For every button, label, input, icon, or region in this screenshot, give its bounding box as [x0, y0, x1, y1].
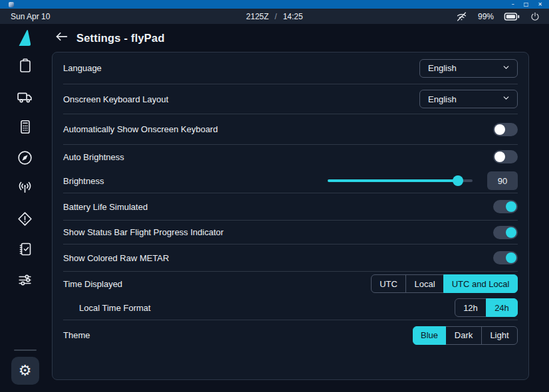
sidebar-item-navigation[interactable]	[17, 150, 34, 167]
gear-icon: ⚙	[19, 363, 32, 378]
setting-row-brightness: Brightness 90	[63, 169, 518, 192]
time-displayed-option-utc[interactable]: UTC	[371, 274, 406, 293]
flight-progress-toggle[interactable]	[493, 226, 518, 239]
brightness-slider-knob[interactable]	[453, 175, 463, 186]
status-utc-time: 2125Z	[246, 12, 269, 21]
language-select[interactable]: English	[419, 59, 518, 78]
language-value: English	[428, 63, 502, 73]
sliders-icon	[17, 272, 33, 291]
auto-brightness-toggle[interactable]	[493, 150, 518, 163]
sidebar-item-ground-services[interactable]	[17, 89, 34, 106]
sidebar-item-dashboard[interactable]	[17, 58, 34, 76]
theme-option-light[interactable]: Light	[481, 326, 518, 345]
maximize-button[interactable]: □	[524, 0, 529, 9]
compass-icon	[17, 149, 33, 169]
setting-row-keyboard-layout: Onscreen Keyboard Layout English	[63, 84, 518, 114]
flight-progress-label: Show Status Bar Flight Progress Indicato…	[63, 227, 223, 237]
setting-row-language: Language English	[63, 52, 518, 84]
checklist-icon	[17, 241, 33, 260]
brightness-value: 90	[487, 171, 518, 190]
status-clock[interactable]: 2125Z/14:25	[0, 12, 549, 21]
setting-row-time-displayed: Time Displayed UTC Local UTC and Local	[63, 272, 518, 295]
keyboard-layout-select[interactable]: English	[419, 90, 518, 108]
sidebar-item-presets[interactable]	[17, 272, 34, 290]
brightness-slider-fill	[328, 179, 458, 182]
auto-show-keyboard-toggle[interactable]	[493, 123, 518, 136]
status-bar: Sun Apr 10 2125Z/14:25 99%	[0, 9, 549, 24]
keyboard-layout-value: English	[428, 94, 502, 104]
local-time-format-buttons: 12h 24h	[455, 298, 518, 317]
clock-separator: /	[274, 12, 276, 21]
time-displayed-option-local[interactable]: Local	[405, 274, 444, 293]
calculator-icon	[17, 119, 33, 138]
theme-option-blue[interactable]: Blue	[413, 326, 446, 345]
local-time-format-option-24h[interactable]: 24h	[486, 298, 518, 317]
battery-life-toggle[interactable]	[493, 200, 518, 213]
clipboard-icon	[17, 58, 33, 76]
chevron-down-icon	[502, 93, 510, 105]
setting-group-time: Time Displayed UTC Local UTC and Local L…	[63, 272, 518, 320]
minimize-button[interactable]: –	[512, 0, 514, 9]
theme-label: Theme	[63, 330, 90, 340]
brightness-slider[interactable]	[328, 175, 473, 186]
colored-metar-toggle[interactable]	[493, 251, 518, 264]
sidebar-item-settings[interactable]: ⚙	[11, 357, 39, 385]
brightness-label: Brightness	[63, 176, 104, 186]
setting-row-battery-life: Battery Life Simulated	[63, 193, 518, 220]
setting-row-theme: Theme Blue Dark Light	[63, 320, 518, 350]
chevron-down-icon	[502, 62, 510, 74]
language-label: Language	[63, 63, 102, 73]
setting-row-auto-show-keyboard: Automatically Show Onscreen Keyboard	[63, 114, 518, 144]
alert-diamond-icon	[17, 211, 33, 230]
auto-brightness-label: Auto Brightness	[63, 152, 124, 162]
local-time-format-label: Local Time Format	[63, 303, 151, 313]
status-local-time: 14:25	[283, 12, 303, 21]
keyboard-layout-label: Onscreen Keyboard Layout	[63, 94, 168, 104]
colored-metar-label: Show Colored Raw METAR	[63, 253, 169, 263]
antenna-icon	[17, 180, 33, 199]
sidebar-nav	[17, 58, 34, 290]
app-icon	[9, 2, 14, 7]
setting-row-local-time-format: Local Time Format 12h 24h	[63, 296, 518, 319]
close-button[interactable]: ✕	[538, 0, 542, 9]
window-titlebar: – □ ✕	[0, 0, 549, 9]
back-arrow-icon[interactable]	[55, 31, 68, 45]
time-displayed-label: Time Displayed	[63, 279, 122, 289]
setting-row-colored-metar: Show Colored Raw METAR	[63, 245, 518, 271]
sidebar-item-radio[interactable]	[17, 181, 34, 198]
setting-row-auto-brightness: Auto Brightness	[63, 146, 518, 168]
flypad-window: – □ ✕ Sun Apr 10 2125Z/14:25 99%	[0, 0, 549, 392]
theme-buttons: Blue Dark Light	[413, 326, 518, 345]
battery-life-label: Battery Life Simulated	[63, 202, 148, 212]
truck-icon	[17, 88, 33, 108]
setting-row-flight-progress: Show Status Bar Flight Progress Indicato…	[63, 221, 518, 244]
sidebar: ⚙	[0, 24, 50, 392]
time-displayed-option-utc-and-local[interactable]: UTC and Local	[443, 274, 518, 293]
setting-group-brightness: Auto Brightness Brightness 90	[63, 145, 518, 193]
page-header: Settings - flyPad	[50, 24, 549, 52]
settings-panel: Language English Onscreen Keyboard Layou…	[52, 52, 529, 380]
flybywire-logo	[17, 29, 33, 49]
window-controls: – □ ✕	[512, 0, 549, 9]
local-time-format-option-12h[interactable]: 12h	[455, 298, 487, 317]
sidebar-divider	[14, 349, 37, 351]
page-title: Settings - flyPad	[76, 32, 165, 45]
sidebar-item-checklists[interactable]	[17, 242, 34, 259]
auto-show-keyboard-label: Automatically Show Onscreen Keyboard	[63, 124, 218, 134]
sidebar-item-failures[interactable]	[17, 211, 34, 229]
time-displayed-buttons: UTC Local UTC and Local	[371, 274, 518, 293]
sidebar-item-performance[interactable]	[17, 120, 34, 137]
theme-option-dark[interactable]: Dark	[445, 326, 482, 345]
